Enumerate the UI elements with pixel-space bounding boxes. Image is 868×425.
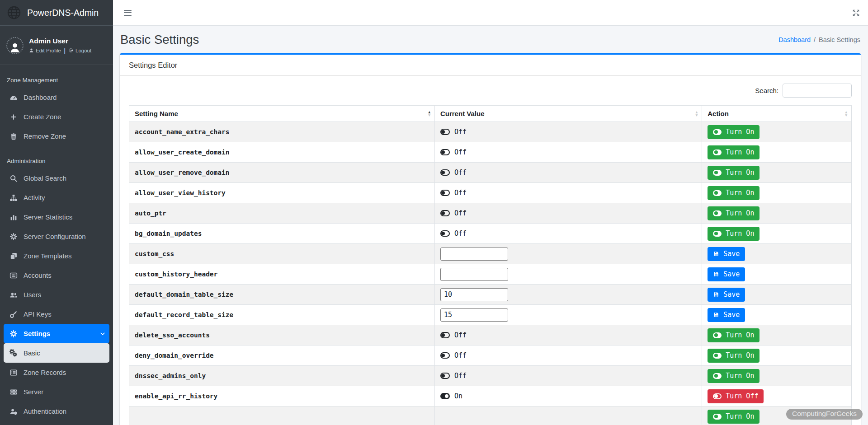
menu-toggle-icon[interactable] xyxy=(124,8,132,17)
sort-icon: ▲▼ xyxy=(428,110,431,117)
save-button[interactable]: Save xyxy=(708,308,745,322)
table-row: allow_user_remove_domainOffTurn On xyxy=(129,163,852,183)
button-label: Save xyxy=(723,311,740,319)
server-icon xyxy=(7,388,19,396)
setting-value-input[interactable] xyxy=(440,288,508,301)
column-header-action[interactable]: Action ▲▼ xyxy=(702,106,852,122)
search-icon xyxy=(7,174,19,182)
setting-name: dnssec_admins_only xyxy=(135,372,206,379)
address-card-icon xyxy=(7,271,19,280)
turn-on-button[interactable]: Turn On xyxy=(708,125,760,139)
sidebar-item-label: Accounts xyxy=(24,271,52,279)
brand[interactable]: PowerDNS-Admin xyxy=(0,0,113,26)
sidebar-item-label: Server Statistics xyxy=(24,213,72,221)
column-header-setting-name[interactable]: Setting Name ▲▼ xyxy=(129,106,435,122)
toggle-on-icon xyxy=(713,414,722,420)
sidebar-item-global-search[interactable]: Global Search xyxy=(4,168,109,188)
button-label: Turn Off xyxy=(726,392,758,400)
setting-value: Off xyxy=(454,148,467,156)
table-row: custom_cssSave xyxy=(129,244,852,264)
turn-on-button[interactable]: Turn On xyxy=(708,227,760,241)
sidebar-item-zone-templates[interactable]: Zone Templates xyxy=(4,246,109,266)
toggle-off-icon xyxy=(440,169,450,176)
setting-name: allow_user_create_domain xyxy=(135,149,230,156)
sidebar-nav: Zone ManagementDashboardCreate ZoneRemov… xyxy=(0,65,113,421)
setting-value: Off xyxy=(454,372,467,380)
turn-on-button[interactable]: Turn On xyxy=(708,328,760,342)
setting-value-input[interactable] xyxy=(440,308,508,322)
breadcrumb-dashboard-link[interactable]: Dashboard xyxy=(778,36,811,43)
sidebar-item-remove-zone[interactable]: Remove Zone xyxy=(4,126,109,146)
sidebar-item-dashboard[interactable]: Dashboard xyxy=(4,88,109,107)
sidebar-item-label: Settings xyxy=(24,330,50,337)
setting-name: allow_user_view_history xyxy=(135,189,226,196)
turn-on-button[interactable]: Turn On xyxy=(708,186,760,200)
trash-icon xyxy=(7,132,19,140)
breadcrumb: Dashboard / Basic Settings xyxy=(778,36,860,43)
setting-value-input[interactable] xyxy=(440,248,508,261)
setting-value: Off xyxy=(454,229,467,238)
sidebar-item-authentication[interactable]: Authentication xyxy=(4,402,109,421)
table-row: dnssec_admins_onlyOffTurn On xyxy=(129,366,852,386)
turn-on-button[interactable]: Turn On xyxy=(708,369,760,383)
setting-value: On xyxy=(454,392,462,400)
sidebar-item-create-zone[interactable]: Create Zone xyxy=(4,107,109,126)
sidebar-item-server-configuration[interactable]: Server Configuration xyxy=(4,227,109,246)
user-panel: Admin User Edit Profile | Logout xyxy=(0,26,113,65)
toggle-off-icon xyxy=(440,373,450,379)
sidebar-item-label: Dashboard xyxy=(24,93,57,101)
logout-link[interactable]: Logout xyxy=(69,48,91,53)
button-label: Turn On xyxy=(726,189,754,197)
sidebar-item-server[interactable]: Server xyxy=(4,382,109,402)
sidebar-item-label: API Keys xyxy=(24,310,52,318)
setting-name: custom_css xyxy=(135,250,174,257)
sidebar-item-zone-records[interactable]: Zone Records xyxy=(4,363,109,382)
sidebar-item-settings[interactable]: Settings xyxy=(4,324,109,343)
save-button[interactable]: Save xyxy=(708,267,745,281)
turn-on-button[interactable]: Turn On xyxy=(708,145,760,159)
sidebar-item-label: Global Search xyxy=(24,174,66,182)
table-row: default_domain_table_sizeSave xyxy=(129,285,852,305)
sidebar-item-label: Zone Templates xyxy=(24,252,71,260)
sidebar-item-users[interactable]: Users xyxy=(4,285,109,304)
setting-name: default_record_table_size xyxy=(135,311,233,318)
turn-on-button[interactable]: Turn On xyxy=(708,410,760,424)
turn-on-button[interactable]: Turn On xyxy=(708,349,760,363)
sidebar-item-accounts[interactable]: Accounts xyxy=(4,266,109,285)
search-input[interactable] xyxy=(783,84,852,98)
fullscreen-icon[interactable] xyxy=(852,9,860,17)
edit-profile-link[interactable]: Edit Profile xyxy=(29,48,61,53)
sidebar-item-label: Basic xyxy=(24,349,40,357)
chart-bar-icon xyxy=(7,213,19,221)
clone-icon xyxy=(7,252,19,260)
setting-value-input[interactable] xyxy=(440,268,508,281)
toggle-on-icon xyxy=(713,129,722,135)
column-header-current-value[interactable]: Current Value ▲▼ xyxy=(434,106,702,122)
chevron-down-icon xyxy=(99,331,106,337)
setting-name: custom_history_header xyxy=(135,271,217,278)
toggle-on-icon xyxy=(713,190,722,196)
save-button[interactable]: Save xyxy=(708,247,745,261)
logout-icon xyxy=(69,48,74,53)
sidebar-item-label: Zone Records xyxy=(24,369,66,376)
sidebar-item-api-keys[interactable]: API Keys xyxy=(4,304,109,324)
turn-on-button[interactable]: Turn On xyxy=(708,166,760,180)
setting-value: Off xyxy=(454,189,467,197)
save-button[interactable]: Save xyxy=(708,288,745,302)
turn-on-button[interactable]: Turn On xyxy=(708,206,760,220)
table-row: Turn On xyxy=(129,406,852,425)
sidebar-item-activity[interactable]: Activity xyxy=(4,188,109,207)
toggle-on-icon xyxy=(440,393,450,399)
setting-name: default_domain_table_size xyxy=(135,291,233,298)
table-row: bg_domain_updatesOffTurn On xyxy=(129,224,852,244)
setting-name: delete_sso_accounts xyxy=(135,332,210,339)
content: Basic Settings Dashboard / Basic Setting… xyxy=(113,26,868,425)
users-icon xyxy=(7,291,19,299)
turn-off-button[interactable]: Turn Off xyxy=(708,389,764,403)
sidebar-item-basic[interactable]: Basic xyxy=(4,343,109,363)
sidebar-item-server-statistics[interactable]: Server Statistics xyxy=(4,207,109,227)
toggle-off-icon xyxy=(440,230,450,237)
button-label: Turn On xyxy=(726,128,754,136)
main-area: Basic Settings Dashboard / Basic Setting… xyxy=(113,0,868,425)
brand-title: PowerDNS-Admin xyxy=(27,8,99,18)
